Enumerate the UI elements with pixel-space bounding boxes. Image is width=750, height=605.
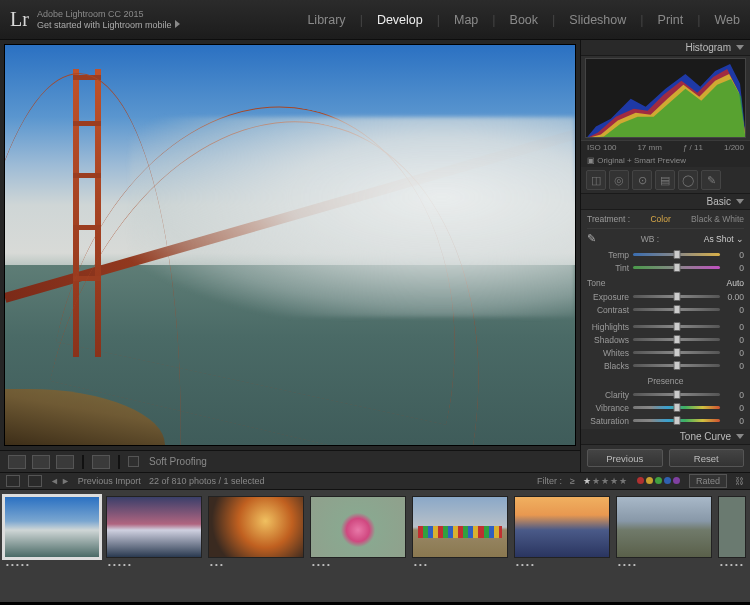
thumbnail[interactable]: • • • • [310,496,406,568]
module-web[interactable]: Web [715,13,740,27]
saturation-slider[interactable] [633,419,720,422]
thumbnail[interactable]: • • • • [514,496,610,568]
filter-lock-icon[interactable]: ⛓ [735,476,744,486]
highlights-slider[interactable] [633,325,720,328]
module-slideshow[interactable]: Slideshow [569,13,626,27]
before-after-tb-button[interactable] [56,455,74,469]
top-bar: Lr Adobe Lightroom CC 2015 Get started w… [0,0,750,40]
collapse-icon [736,45,744,50]
filter-stars[interactable]: ★★★★★ [583,476,628,486]
tool-strip: ◫ ◎ ⊙ ▤ ◯ ✎ [581,167,750,194]
treatment-bw[interactable]: Black & White [691,214,744,224]
before-after-lr-button[interactable] [32,455,50,469]
blacks-slider[interactable] [633,364,720,367]
exif-bar: ISO 10017 mmƒ / 111/200 [581,140,750,154]
filmstrip-header: ◄ ► Previous Import 22 of 810 photos / 1… [0,472,750,490]
shadows-slider[interactable] [633,338,720,341]
module-library[interactable]: Library [307,13,345,27]
canvas-toolbar: Soft Proofing [0,450,580,472]
contrast-slider[interactable] [633,308,720,311]
dropdown-icon[interactable] [175,20,180,28]
collapse-icon [736,434,744,439]
second-window-button[interactable] [6,475,20,487]
gradient-tool[interactable]: ▤ [655,170,675,190]
grid-view-button[interactable] [28,475,42,487]
thumbnail[interactable]: • • • • • [4,496,100,568]
nav-fwd-icon[interactable]: ► [61,476,70,486]
reset-button[interactable]: Reset [669,449,745,467]
app-tagline[interactable]: Get started with Lightroom mobile [37,20,172,30]
brand: Lr Adobe Lightroom CC 2015 Get started w… [10,8,180,31]
soft-proofing-label: Soft Proofing [149,456,207,467]
redeye-tool[interactable]: ⊙ [632,170,652,190]
thumbnail[interactable]: • • • • • [718,496,746,568]
filter-preset[interactable]: Rated [689,474,727,488]
preview-mode-label[interactable]: ▣ Original + Smart Preview [581,154,750,167]
right-panel: Histogram ISO 10017 mmƒ / 111/200 ▣ Orig… [580,40,750,472]
thumbnail[interactable]: • • • • [616,496,712,568]
filter-color-labels[interactable] [636,476,681,486]
wb-label: WB : [641,234,659,244]
histogram[interactable] [585,58,746,138]
photo-canvas[interactable] [4,44,576,446]
eyedropper-icon[interactable]: ✎ [587,232,596,245]
brush-tool[interactable]: ✎ [701,170,721,190]
basic-header[interactable]: Basic [581,194,750,210]
basic-panel: Treatment : Color Black & White ✎ WB : A… [581,210,750,429]
filter-label: Filter : [537,476,562,486]
exposure-slider[interactable] [633,295,720,298]
before-after-split-button[interactable] [92,455,110,469]
source-label[interactable]: Previous Import [78,476,141,486]
clarity-slider[interactable] [633,393,720,396]
thumbnail[interactable]: • • • • • [106,496,202,568]
radial-tool[interactable]: ◯ [678,170,698,190]
vibrance-slider[interactable] [633,406,720,409]
soft-proofing-checkbox[interactable] [128,456,139,467]
whites-slider[interactable] [633,351,720,354]
wb-dropdown[interactable]: As Shot ⌄ [704,234,744,244]
count-label: 22 of 810 photos / 1 selected [149,476,265,486]
treatment-label: Treatment : [587,214,630,224]
thumbnail[interactable]: • • • [208,496,304,568]
tint-slider[interactable] [633,266,720,269]
module-print[interactable]: Print [658,13,684,27]
temp-slider[interactable] [633,253,720,256]
auto-tone-button[interactable]: Auto [727,278,745,288]
tone-curve-header[interactable]: Tone Curve [581,429,750,445]
crop-tool[interactable]: ◫ [586,170,606,190]
histogram-header[interactable]: Histogram [581,40,750,56]
collapse-icon [736,199,744,204]
loupe-view-button[interactable] [8,455,26,469]
module-map[interactable]: Map [454,13,478,27]
spot-tool[interactable]: ◎ [609,170,629,190]
thumbnail[interactable]: • • • [412,496,508,568]
app-edition: Adobe Lightroom CC 2015 [37,9,181,20]
module-book[interactable]: Book [510,13,539,27]
app-logo: Lr [10,8,29,31]
previous-button[interactable]: Previous [587,449,663,467]
nav-back-icon[interactable]: ◄ [50,476,59,486]
filmstrip[interactable]: • • • • • • • • • • • • • • • • • • • • … [0,490,750,602]
treatment-color[interactable]: Color [650,214,670,224]
module-switcher: Library| Develop| Map| Book| Slideshow| … [307,13,740,27]
module-develop[interactable]: Develop [377,13,423,27]
